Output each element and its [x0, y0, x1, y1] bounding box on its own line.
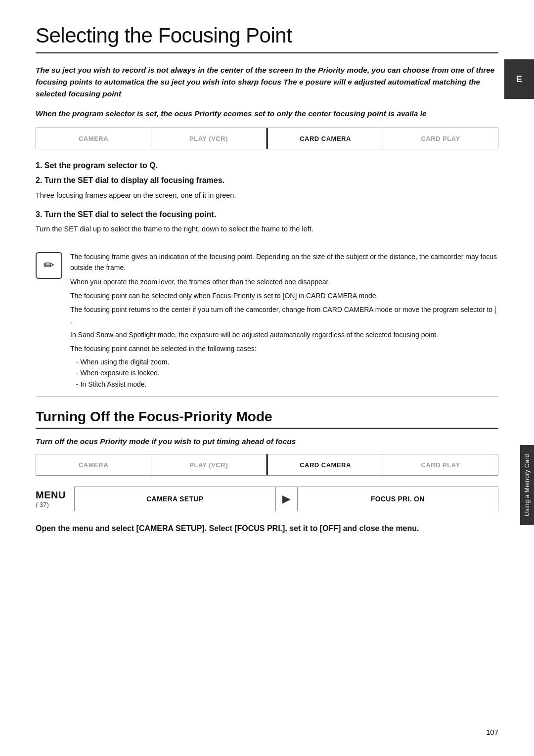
step-1: 1. Set the program selector to Q.	[36, 160, 498, 171]
corner-flag: E	[504, 59, 534, 99]
note-bullet-1: When using the digital zoom.	[76, 356, 498, 367]
mode-bar-card-play: CARD PLAY	[383, 128, 498, 149]
side-tab-label: Using a Memory Card	[524, 454, 531, 516]
section2-heading: Turning Off the Focus-Priority Mode	[36, 409, 498, 429]
menu-cell-camera-setup: CAMERA SETUP	[75, 487, 276, 511]
note-bullet-2: When exposure is locked.	[76, 367, 498, 378]
note-box: ✏ The focusing frame gives an indication…	[36, 244, 498, 397]
mode-bar-2-camera: CAMERA	[36, 454, 151, 475]
mode-bar-camera: CAMERA	[36, 128, 151, 149]
note-bullet-3: In Stitch Assist mode.	[76, 379, 498, 390]
menu-word: MENU	[36, 489, 66, 501]
step-2: 2. Turn the SET dial to display all focu…	[36, 175, 498, 186]
note-content: The focusing frame gives an indication o…	[70, 251, 498, 390]
step-2-sub: Three focusing frames appear on the scre…	[36, 190, 498, 201]
menu-label: MENU ( 37)	[36, 487, 67, 511]
mode-bar-1: CAMERA PLAY (VCR) CARD CAMERA CARD PLAY	[36, 128, 498, 149]
side-tab: Using a Memory Card	[520, 445, 534, 525]
final-instruction: Open the menu and select [CAMERA SETUP].…	[36, 522, 498, 535]
mode-bar-play-vcr: PLAY (VCR)	[151, 128, 267, 149]
section2-subheading: Turn off the ocus Priority mode if you w…	[36, 436, 498, 447]
menu-row: MENU ( 37) CAMERA SETUP ▶ FOCUS PRI. ON	[36, 487, 498, 511]
menu-cell-focus-pri: FOCUS PRI. ON	[298, 487, 498, 511]
mode-bar-2: CAMERA PLAY (VCR) CARD CAMERA CARD PLAY	[36, 454, 498, 476]
page-number: 107	[486, 728, 498, 736]
mode-bar-2-card-camera: CARD CAMERA	[268, 454, 383, 475]
intro-paragraph-2: When the program selector is set, the oc…	[36, 108, 498, 120]
note-bullets: When using the digital zoom. When exposu…	[70, 356, 498, 390]
step-3-sub: Turn the SET dial up to select the frame…	[36, 224, 498, 235]
note-icon: ✏	[36, 252, 62, 279]
menu-cell-arrow: ▶	[276, 487, 298, 511]
mode-bar-card-camera: CARD CAMERA	[268, 128, 383, 149]
menu-ref: ( 37)	[36, 501, 49, 508]
mode-bar-2-card-play: CARD PLAY	[383, 454, 498, 475]
corner-flag-text: E	[516, 74, 522, 85]
menu-table: CAMERA SETUP ▶ FOCUS PRI. ON	[74, 487, 498, 511]
mode-bar-2-play-vcr: PLAY (VCR)	[151, 454, 267, 475]
step-3: 3. Turn the SET dial to select the focus…	[36, 209, 498, 220]
intro-paragraph-1: The su ject you wish to record is not al…	[36, 64, 498, 100]
page-title: Selecting the Focusing Point	[36, 24, 498, 53]
